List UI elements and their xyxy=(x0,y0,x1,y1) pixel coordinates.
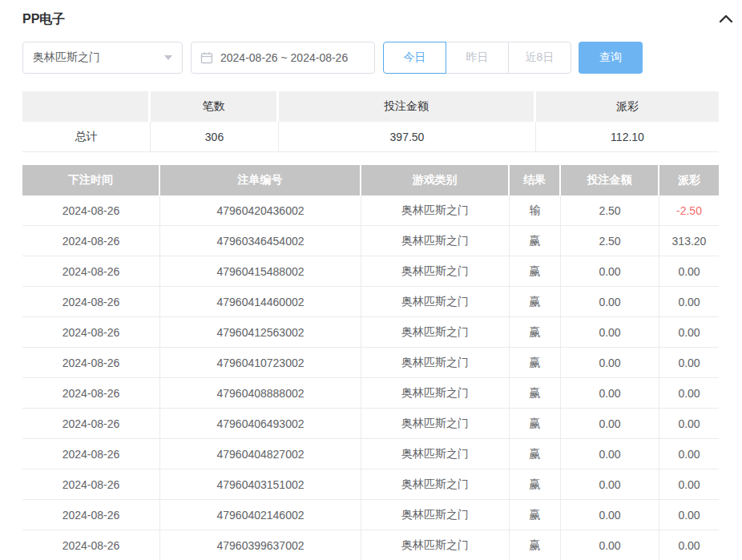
panel-header: PP电子 xyxy=(22,11,736,28)
cell-result: 赢 xyxy=(510,378,561,408)
table-row: 2024-08-2647960412563002奥林匹斯之门赢0.000.00 xyxy=(22,317,719,348)
table-row: 2024-08-2647960399637002奥林匹斯之门赢0.000.00 xyxy=(22,530,719,560)
cell-time: 2024-08-26 xyxy=(22,226,160,256)
pp-electronic-panel: PP电子 奥林匹斯之门 2024-08-26 ~ 2024-08-26 今日昨日… xyxy=(0,0,742,560)
bet-table-header: 下注时间 注单编号 游戏类别 结果 投注金额 派彩 xyxy=(22,165,719,195)
cell-result: 赢 xyxy=(510,317,561,347)
cell-game: 奥林匹斯之门 xyxy=(361,500,510,530)
cell-amount: 2.50 xyxy=(561,226,659,256)
cell-amount: 0.00 xyxy=(561,317,659,347)
cell-result: 赢 xyxy=(510,287,561,316)
cell-result: 赢 xyxy=(510,500,561,530)
chevron-up-icon xyxy=(718,13,734,26)
header-bet-time: 下注时间 xyxy=(22,165,160,195)
bet-table-body: 2024-08-2647960420436002奥林匹斯之门输2.50-2.50… xyxy=(22,195,719,560)
cell-game: 奥林匹斯之门 xyxy=(361,409,510,438)
cell-id: 47960399637002 xyxy=(160,530,361,560)
cell-time: 2024-08-26 xyxy=(22,317,160,347)
cell-result: 赢 xyxy=(510,409,561,438)
cell-id: 47960410723002 xyxy=(160,348,361,377)
cell-id: 47960414460002 xyxy=(160,287,361,316)
table-row: 2024-08-2647960408888002奥林匹斯之门赢0.000.00 xyxy=(22,378,719,409)
cell-payout: 0.00 xyxy=(659,409,719,438)
cell-game: 奥林匹斯之门 xyxy=(361,348,510,377)
quick-filter-last-8-days[interactable]: 近8日 xyxy=(508,42,571,74)
summary-total-label: 总计 xyxy=(22,122,151,152)
cell-game: 奥林匹斯之门 xyxy=(361,378,510,408)
search-button[interactable]: 查询 xyxy=(579,42,643,74)
table-row: 2024-08-2647960420436002奥林匹斯之门输2.50-2.50 xyxy=(22,195,719,226)
game-select-value: 奥林匹斯之门 xyxy=(33,50,100,65)
collapse-panel-button[interactable] xyxy=(716,11,736,28)
cell-game: 奥林匹斯之门 xyxy=(361,287,510,316)
cell-result: 赢 xyxy=(510,530,561,560)
table-row: 2024-08-2647960404827002奥林匹斯之门赢0.000.00 xyxy=(22,439,719,469)
quick-filter-group: 今日昨日近8日 xyxy=(383,42,571,74)
cell-game: 奥林匹斯之门 xyxy=(361,317,510,347)
table-row: 2024-08-2647960415488002奥林匹斯之门赢0.000.00 xyxy=(22,256,719,287)
cell-id: 47960402146002 xyxy=(160,500,361,530)
quick-filter-yesterday[interactable]: 昨日 xyxy=(446,42,509,74)
cell-amount: 0.00 xyxy=(561,439,659,469)
cell-time: 2024-08-26 xyxy=(22,256,160,286)
cell-id: 47960404827002 xyxy=(160,439,361,469)
cell-payout: 0.00 xyxy=(659,469,719,499)
cell-amount: 0.00 xyxy=(561,469,659,499)
cell-time: 2024-08-26 xyxy=(22,530,160,560)
table-row: 2024-08-2647960414460002奥林匹斯之门赢0.000.00 xyxy=(22,287,719,317)
cell-amount: 0.00 xyxy=(561,530,659,560)
header-payout: 派彩 xyxy=(659,165,719,195)
cell-amount: 0.00 xyxy=(561,378,659,408)
table-row: 2024-08-2647960402146002奥林匹斯之门赢0.000.00 xyxy=(22,500,719,530)
cell-payout: 0.00 xyxy=(659,378,719,408)
summary-table: 笔数 投注金额 派彩 总计 306 397.50 112.10 xyxy=(22,91,719,152)
summary-total-row: 总计 306 397.50 112.10 xyxy=(22,122,719,152)
cell-payout: 0.00 xyxy=(659,287,719,316)
cell-amount: 0.00 xyxy=(561,500,659,530)
cell-time: 2024-08-26 xyxy=(22,348,160,377)
cell-time: 2024-08-26 xyxy=(22,409,160,438)
cell-id: 47960408888002 xyxy=(160,378,361,408)
cell-payout: 0.00 xyxy=(659,348,719,377)
cell-game: 奥林匹斯之门 xyxy=(361,530,510,560)
header-result: 结果 xyxy=(510,165,561,195)
cell-amount: 0.00 xyxy=(561,348,659,377)
cell-game: 奥林匹斯之门 xyxy=(361,469,510,499)
cell-payout: 313.20 xyxy=(659,226,719,256)
table-row: 2024-08-2647960410723002奥林匹斯之门赢0.000.00 xyxy=(22,348,719,378)
filter-bar: 奥林匹斯之门 2024-08-26 ~ 2024-08-26 今日昨日近8日 查… xyxy=(22,42,742,74)
cell-game: 奥林匹斯之门 xyxy=(361,256,510,286)
cell-id: 47960415488002 xyxy=(160,256,361,286)
summary-header-payout: 派彩 xyxy=(536,91,719,122)
date-range-value: 2024-08-26 ~ 2024-08-26 xyxy=(220,51,348,64)
cell-time: 2024-08-26 xyxy=(22,195,160,225)
summary-header-row: 笔数 投注金额 派彩 xyxy=(22,91,719,122)
cell-amount: 0.00 xyxy=(561,409,659,438)
cell-game: 奥林匹斯之门 xyxy=(361,195,510,225)
quick-filter-today[interactable]: 今日 xyxy=(383,42,446,74)
caret-down-icon xyxy=(164,55,172,60)
cell-time: 2024-08-26 xyxy=(22,287,160,316)
header-bet-amount: 投注金额 xyxy=(561,165,659,195)
cell-amount: 0.00 xyxy=(561,287,659,316)
cell-time: 2024-08-26 xyxy=(22,469,160,499)
summary-total-count: 306 xyxy=(151,122,279,152)
cell-payout: 0.00 xyxy=(659,256,719,286)
cell-id: 47960346454002 xyxy=(160,226,361,256)
cell-amount: 2.50 xyxy=(561,195,659,225)
table-row: 2024-08-2647960403151002奥林匹斯之门赢0.000.00 xyxy=(22,469,719,500)
cell-payout: -2.50 xyxy=(659,195,719,225)
cell-result: 输 xyxy=(510,195,561,225)
cell-payout: 0.00 xyxy=(659,317,719,347)
header-bet-id: 注单编号 xyxy=(160,165,361,195)
game-select[interactable]: 奥林匹斯之门 xyxy=(22,42,183,74)
date-range-input[interactable]: 2024-08-26 ~ 2024-08-26 xyxy=(191,42,375,74)
summary-header-bet-amount: 投注金额 xyxy=(279,91,536,122)
summary-header-empty xyxy=(22,91,151,122)
cell-payout: 0.00 xyxy=(659,530,719,560)
cell-game: 奥林匹斯之门 xyxy=(361,439,510,469)
calendar-icon xyxy=(200,51,213,64)
cell-id: 47960412563002 xyxy=(160,317,361,347)
header-game-category: 游戏类别 xyxy=(361,165,510,195)
cell-time: 2024-08-26 xyxy=(22,439,160,469)
